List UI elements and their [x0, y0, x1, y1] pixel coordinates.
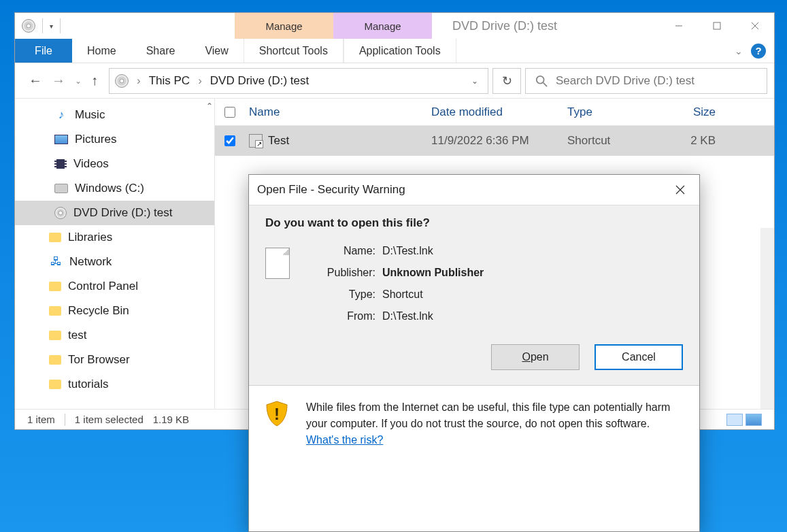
warning-text: While files from the Internet can be use… [306, 399, 683, 518]
file-type: Shortcut [567, 134, 654, 148]
close-button[interactable] [736, 13, 774, 39]
col-size[interactable]: Size [654, 105, 716, 119]
dialog-body: Do you want to open this file? Name: D:\… [249, 205, 699, 385]
ribbon-right: ⌄ ? [735, 39, 774, 63]
svg-point-4 [537, 76, 544, 83]
security-warning-dialog: Open File - Security Warning Do you want… [248, 174, 700, 532]
qat-customize-icon[interactable]: ▾ [50, 22, 53, 30]
open-underline: O [522, 351, 530, 363]
contextual-tabs: Manage Manage [235, 13, 432, 39]
value-name: D:\Test.lnk [382, 245, 484, 257]
value-from: D:\Test.lnk [382, 310, 484, 322]
vertical-scrollbar[interactable] [760, 228, 774, 409]
details-view-toggle[interactable] [726, 414, 743, 426]
tab-application-tools[interactable]: Application Tools [344, 39, 456, 63]
open-button[interactable]: Open [491, 344, 580, 370]
crumb-this-pc[interactable]: This PC [149, 74, 190, 88]
libraries-icon [49, 233, 61, 242]
dialog-info: Name: D:\Test.lnk Publisher: Unknown Pub… [265, 245, 683, 322]
dialog-close-button[interactable] [669, 179, 691, 201]
disc-icon [22, 19, 35, 33]
music-icon: ♪ [54, 108, 68, 122]
folder-icon [49, 380, 61, 389]
search-box[interactable] [525, 68, 767, 94]
svg-rect-1 [714, 22, 720, 29]
ribbon-tabs: File Home Share View Shortcut Tools Appl… [15, 39, 774, 63]
col-name[interactable]: Name [249, 105, 431, 119]
col-type[interactable]: Type [567, 105, 654, 119]
tree-item-videos[interactable]: Videos [15, 152, 214, 176]
col-checkbox[interactable] [224, 107, 249, 118]
tree-label: Music [75, 108, 105, 122]
address-bar[interactable]: › This PC › DVD Drive (D:) test ⌄ [109, 68, 488, 94]
status-selection: 1 item selected [75, 414, 144, 425]
contextual-tab-shortcut[interactable]: Manage [235, 13, 333, 39]
tree-item-tor-browser[interactable]: Tor Browser [15, 348, 214, 372]
dialog-warning-panel: ! While files from the Internet can be u… [249, 385, 699, 531]
view-toggles [726, 414, 762, 426]
shield-warning-icon: ! [263, 399, 291, 428]
tree-item-tutorials[interactable]: tutorials [15, 372, 214, 397]
minimize-button[interactable] [660, 13, 698, 39]
col-date[interactable]: Date modified [431, 105, 567, 119]
forward-button[interactable]: → [52, 73, 65, 88]
tree-item-windows-c[interactable]: Windows (C:) [15, 176, 214, 201]
file-date: 11/9/2022 6:36 PM [431, 134, 567, 148]
whats-the-risk-link[interactable]: What's the risk? [306, 434, 383, 446]
file-tab[interactable]: File [15, 39, 72, 63]
up-button[interactable]: ↑ [91, 73, 98, 88]
file-row[interactable]: Test 11/9/2022 6:36 PM Shortcut 2 KB [215, 126, 774, 156]
drive-icon [54, 184, 68, 193]
tree-scroll-up-icon[interactable]: ⌃ [206, 101, 213, 111]
back-button[interactable]: ← [29, 73, 42, 88]
svg-text:!: ! [274, 405, 280, 423]
disc-icon [115, 74, 129, 88]
contextual-tab-application[interactable]: Manage [333, 13, 432, 39]
pictures-icon [54, 135, 68, 144]
tree-item-pictures[interactable]: Pictures [15, 127, 214, 152]
dialog-buttons: Open Cancel [265, 344, 683, 370]
window-controls [660, 13, 774, 39]
tab-view[interactable]: View [190, 39, 243, 63]
chevron-right-icon[interactable]: › [197, 74, 203, 88]
tree-item-test[interactable]: test [15, 323, 214, 348]
address-dropdown-icon[interactable]: ⌄ [471, 76, 482, 86]
row-checkbox-cell[interactable] [224, 135, 249, 146]
recent-dropdown-icon[interactable]: ⌄ [75, 76, 82, 86]
tab-home[interactable]: Home [72, 39, 131, 63]
tree-label: Videos [73, 157, 109, 171]
dialog-titlebar: Open File - Security Warning [249, 175, 699, 205]
crumb-current[interactable]: DVD Drive (D:) test [210, 74, 309, 88]
network-icon: 🖧 [49, 255, 63, 269]
help-icon[interactable]: ? [751, 44, 766, 59]
row-checkbox[interactable] [224, 135, 235, 146]
tree-label: Libraries [68, 231, 112, 244]
label-from: From: [307, 310, 382, 322]
tree-item-dvd-drive[interactable]: DVD Drive (D:) test [15, 201, 214, 225]
tab-shortcut-tools[interactable]: Shortcut Tools [244, 39, 344, 63]
thumbnails-view-toggle[interactable] [746, 414, 762, 426]
maximize-button[interactable] [698, 13, 736, 39]
tab-share[interactable]: Share [131, 39, 190, 63]
tree-item-libraries[interactable]: Libraries [15, 225, 214, 250]
videos-icon [54, 159, 67, 169]
value-type: Shortcut [382, 288, 484, 301]
status-size: 1.19 KB [153, 414, 189, 425]
tree-item-network[interactable]: 🖧Network [15, 250, 214, 274]
search-icon [535, 75, 548, 87]
tree-item-music[interactable]: ♪Music [15, 103, 214, 127]
status-count: 1 item [27, 414, 55, 425]
tree-item-control-panel[interactable]: Control Panel [15, 274, 214, 299]
tree-label: Windows (C:) [75, 182, 144, 195]
refresh-button[interactable]: ↻ [492, 68, 521, 94]
tree-label: DVD Drive (D:) test [73, 206, 172, 220]
navigation-tree[interactable]: ⌃ ♪Music Pictures Videos Windows (C:) DV… [15, 99, 215, 409]
titlebar: ▾ Manage Manage DVD Drive (D:) test [15, 13, 774, 39]
chevron-right-icon[interactable]: › [135, 74, 142, 88]
select-all-checkbox[interactable] [224, 107, 235, 118]
search-input[interactable] [556, 74, 757, 88]
nav-arrows: ← → ⌄ ↑ [22, 73, 105, 88]
cancel-button[interactable]: Cancel [595, 344, 683, 370]
ribbon-expand-icon[interactable]: ⌄ [735, 46, 743, 56]
tree-item-recycle-bin[interactable]: Recycle Bin [15, 299, 214, 323]
